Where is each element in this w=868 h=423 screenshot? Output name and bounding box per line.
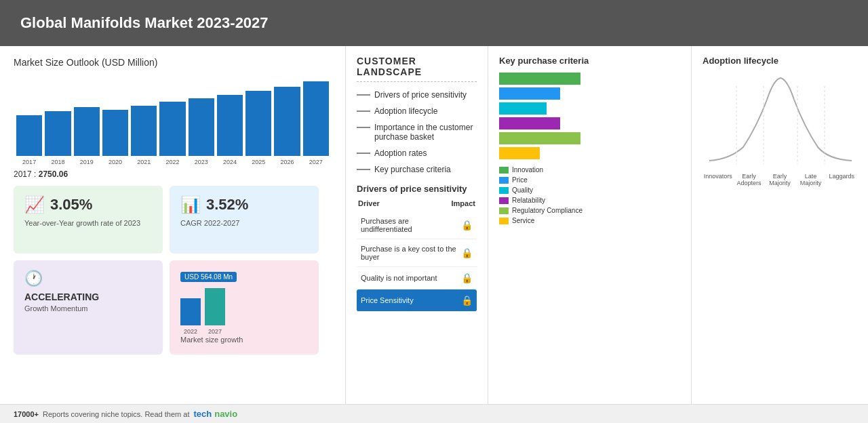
adoption-labels: Innovators Early Adopters Early Majority…: [703, 173, 857, 186]
accelerating-card: 🕐 ACCELERATING Growth Momentum: [14, 260, 163, 355]
legend-swatch-1: [499, 177, 509, 184]
legend-item-4: Regulatory Compliance: [499, 207, 680, 214]
legend-label-0: Innovation: [512, 166, 543, 174]
bar-col-2023: [189, 98, 214, 156]
nav-item-5: Key purchase criteria: [357, 165, 477, 174]
mini-bar-2027: [205, 288, 225, 325]
mini-bar-chart: [180, 285, 308, 325]
lock-icon-3: 🔒: [461, 273, 473, 283]
legend-item-5: Service: [499, 217, 680, 224]
bar-col-2025: [245, 91, 271, 156]
bar-col-2019: [74, 107, 100, 156]
footer-count: 17000+: [14, 410, 39, 418]
kpc-bar-service: [499, 147, 540, 159]
legend-label-1: Price: [512, 176, 528, 184]
bar-col-2017: [16, 115, 42, 156]
legend: InnovationPriceQualityRelatabilityRegula…: [499, 166, 680, 224]
bar-label-2027: 2027: [303, 159, 329, 165]
legend-label-4: Regulatory Compliance: [512, 207, 583, 214]
accelerating-subtitle: Growth Momentum: [24, 304, 152, 314]
bar-label-2022: 2022: [159, 159, 185, 165]
kpc-bar-regulatory-compliance: [499, 132, 580, 144]
yoy-card: 📈 3.05% Year-over-Year growth rate of 20…: [14, 186, 163, 254]
kpc-bar-relatability: [499, 117, 560, 129]
kpc-section: Key purchase criteria InnovationPriceQua…: [488, 46, 692, 423]
bar-label-2017: 2017: [16, 159, 42, 165]
bar-2017: [16, 115, 42, 156]
nav-line-icon: [357, 169, 370, 170]
kpc-bar-row-0: [499, 73, 680, 85]
legend-label-5: Service: [512, 217, 534, 224]
yoy-value: 3.05%: [50, 196, 92, 214]
bar-col-2022: [159, 102, 185, 156]
ps-section-title: Drivers of price sensitivity: [357, 184, 477, 194]
kpc-bar-innovation: [499, 73, 580, 85]
mini-bar-2022: [180, 298, 201, 325]
legend-swatch-2: [499, 187, 509, 194]
bar-2022: [159, 102, 185, 156]
technavio-logo: technavio: [193, 409, 237, 419]
gauge-icon: 🕐: [24, 270, 43, 287]
bar-2018: [45, 111, 71, 156]
cagr-card: 📊 3.52% CAGR 2022-2027: [170, 186, 319, 254]
market-size-label: Market size growth: [180, 335, 308, 345]
cagr-value: 3.52%: [206, 196, 248, 214]
nav-line-icon: [357, 153, 370, 154]
bar-2021: [131, 106, 157, 156]
chart-icon: 📊: [180, 195, 201, 214]
legend-label-2: Quality: [512, 186, 533, 194]
ps-row-3: Quality is not important 🔒: [357, 267, 477, 289]
nav-line-icon: [357, 94, 370, 96]
bar-2025: [245, 91, 271, 156]
kpc-bar-row-5: [499, 147, 680, 159]
legend-label-3: Relatability: [512, 197, 545, 204]
bar-col-2021: [131, 106, 157, 156]
kpc-bars: [499, 73, 680, 159]
ps-header: Driver Impact: [357, 199, 477, 207]
bar-label-2020: 2020: [102, 159, 128, 165]
legend-item-1: Price: [499, 176, 680, 184]
footer-suffix: Reports covering niche topics. Read them…: [43, 410, 189, 418]
right-panel: CUSTOMER LANDSCAPE Drivers of price sens…: [346, 46, 868, 423]
bar-label-2019: 2019: [74, 159, 100, 165]
metric-cards: 📈 3.05% Year-over-Year growth rate of 20…: [14, 186, 332, 355]
bar-label-2021: 2021: [131, 159, 157, 165]
bar-label-2025: 2025: [245, 159, 271, 165]
kpc-bar-quality: [499, 102, 547, 115]
bar-col-2026: [274, 87, 300, 156]
customer-landscape-title: CUSTOMER LANDSCAPE: [357, 56, 477, 82]
ps-row-highlighted: Price Sensitivity 🔒: [357, 289, 477, 312]
kpc-bar-row-4: [499, 132, 680, 144]
page-header: Global Manifolds Market 2023-2027: [0, 0, 868, 46]
bar-col-2027: [303, 81, 329, 156]
nav-item-4: Adoption rates: [357, 148, 477, 158]
bar-col-2024: [217, 95, 243, 156]
bar-label-2024: 2024: [217, 159, 243, 165]
bar-label-2026: 2026: [274, 159, 300, 165]
bar-2019: [74, 107, 100, 156]
accelerating-label: ACCELERATING: [24, 291, 152, 302]
adoption-section: Adoption lifecycle Innovators Early Adop…: [692, 46, 868, 423]
kpc-bar-price: [499, 87, 560, 100]
nav-item-2: Adoption lifecycle: [357, 106, 477, 116]
kpc-title: Key purchase criteria: [499, 56, 680, 66]
market-size-title: Market Size Outlook (USD Million): [14, 57, 332, 68]
bar-2023: [189, 98, 214, 156]
price-sensitivity-section: Drivers of price sensitivity Driver Impa…: [357, 184, 477, 312]
legend-swatch-3: [499, 197, 509, 204]
left-panel: Market Size Outlook (USD Million) 201720…: [0, 46, 346, 423]
market-size-card: USD 564.08 Mn 2022 2027 Market size grow…: [170, 260, 319, 355]
customer-landscape: CUSTOMER LANDSCAPE Drivers of price sens…: [346, 46, 488, 423]
lock-icon-4: 🔒: [461, 295, 473, 306]
ps-row-1: Purchases are undifferentiated 🔒: [357, 212, 477, 239]
mini-bar-labels: 2022 2027: [180, 328, 308, 335]
cagr-subtitle: CAGR 2022-2027: [180, 218, 308, 228]
nav-item-3: Importance in the customer purchase bask…: [357, 123, 477, 142]
bar-2024: [217, 95, 243, 156]
yoy-subtitle: Year-over-Year growth rate of 2023: [24, 218, 152, 228]
bar-2027: [303, 81, 329, 156]
legend-item-0: Innovation: [499, 166, 680, 174]
legend-swatch-5: [499, 218, 509, 224]
bar-label-2018: 2018: [45, 159, 71, 165]
ps-row-2: Purchase is a key cost to the buyer 🔒: [357, 239, 477, 267]
